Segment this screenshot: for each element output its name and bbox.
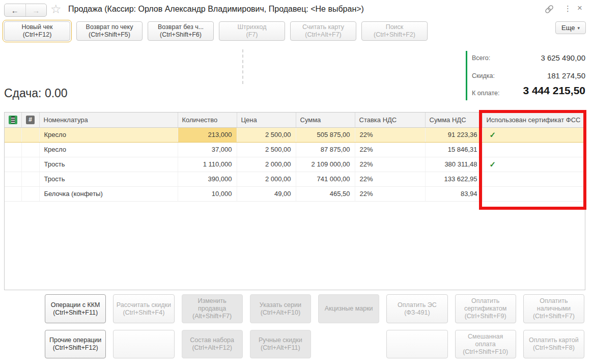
cell-vat-sum[interactable]: 91 223,36 [425, 127, 482, 142]
cell-sum[interactable]: 87 875,00 [296, 142, 355, 157]
empty-button[interactable] [386, 330, 447, 358]
column-header-fss-certificate[interactable]: Использован сертификат ФСС [482, 113, 585, 127]
new-check-button[interactable]: Новый чек (Ctrl+F12) [4, 21, 70, 41]
cell-quantity[interactable]: 390,000 [178, 172, 237, 186]
discount-value: 181 274,50 [547, 71, 585, 80]
column-header-line-number[interactable]: # [21, 113, 39, 127]
cell-vat-sum[interactable]: 380 311,48 [425, 157, 482, 172]
cell-vat-sum[interactable]: 83,94 [425, 186, 482, 201]
change-seller-button[interactable]: Изменить продавца(Alt+Shift+F7) [182, 294, 243, 323]
cell-fss-checkmark-icon[interactable] [482, 142, 585, 157]
favorite-star-icon[interactable]: ☆ [50, 2, 62, 16]
more-button[interactable]: Еще ▾ [555, 21, 586, 34]
calculate-discounts-button[interactable]: Рассчитать скидки(Ctrl+Shift+F4) [113, 294, 174, 323]
cell-quantity[interactable]: 1 110,000 [178, 157, 237, 172]
kkm-operations-button[interactable]: Операции с ККМ(Ctrl+Shift+F11) [45, 294, 106, 323]
table-row[interactable]: Трость 390,000 2 000,00 741 000,00 22% 1… [5, 172, 585, 186]
cell-fss-checkmark-icon[interactable]: ✓ [482, 127, 585, 142]
cell-nomenclature[interactable]: Белочка (конфеты) [39, 186, 178, 201]
column-header-marking[interactable] [5, 113, 21, 127]
cell-fss-checkmark-icon[interactable] [482, 172, 585, 186]
back-arrow-icon[interactable]: ← [5, 4, 26, 16]
cell-quantity[interactable]: 10,000 [178, 186, 237, 201]
column-header-vat-sum[interactable]: Сумма НДС [425, 113, 482, 127]
cell-price[interactable]: 2 000,00 [237, 172, 296, 186]
forward-arrow-icon[interactable]: → [26, 4, 47, 16]
cell-vat-sum[interactable]: 133 622,95 [425, 172, 482, 186]
items-table: # Номенклатура Количество Цена Сумма Ста… [5, 113, 585, 202]
cell-sum[interactable]: 505 875,00 [296, 127, 355, 142]
cell-sum[interactable]: 2 109 000,00 [296, 157, 355, 172]
table-row[interactable]: Кресло 37,000 2 500,00 87 875,00 22% 15 … [5, 142, 585, 157]
pay-certificate-button[interactable]: Оплатить сертификатом(Ctrl+Shift+F9) [455, 294, 516, 323]
cell-vat-rate[interactable]: 22% [355, 157, 425, 172]
cell-price[interactable]: 2 500,00 [237, 127, 296, 142]
return-without-check-button[interactable]: Возврат без ч... (Ctrl+Shift+F6) [148, 21, 214, 41]
column-header-price[interactable]: Цена [237, 113, 296, 127]
page-title: Продажа (Кассир: Орлов Александр Владими… [68, 5, 364, 14]
cell-fss-checkmark-icon[interactable]: ✓ [482, 157, 585, 172]
search-button[interactable]: Поиск (Ctrl+Shift+F2) [361, 21, 428, 41]
table-header-row: # Номенклатура Количество Цена Сумма Ста… [5, 113, 585, 127]
due-value: 3 444 215,50 [523, 85, 585, 97]
actions-row-2: Прочие операции(Ctrl+Shift+F12) Состав н… [45, 330, 584, 358]
manual-discounts-button[interactable]: Ручные скидки(Ctrl+Alt+F11) [250, 330, 311, 358]
cell-sum[interactable]: 465,50 [296, 186, 355, 201]
more-menu-icon[interactable]: ⋮ [564, 4, 572, 13]
cell-nomenclature[interactable]: Трость [39, 172, 178, 186]
due-label: К оплате: [472, 90, 499, 97]
excise-stamps-button[interactable]: Акцизные марки [318, 294, 379, 323]
return-by-check-button[interactable]: Возврат по чеку (Ctrl+Shift+F5) [76, 21, 143, 41]
cell-sum[interactable]: 741 000,00 [296, 172, 355, 186]
link-icon[interactable] [544, 4, 554, 16]
cell-nomenclature[interactable]: Кресло [39, 127, 178, 142]
total-value: 3 625 490,00 [541, 53, 585, 62]
cell-vat-sum[interactable]: 15 846,31 [425, 142, 482, 157]
table-row[interactable]: Белочка (конфеты) 10,000 49,00 465,50 22… [5, 186, 585, 201]
cell-vat-rate[interactable]: 22% [355, 172, 425, 186]
cell-vat-rate[interactable]: 22% [355, 142, 425, 157]
cell-price[interactable]: 49,00 [237, 186, 296, 201]
pos-sale-window: ← → ☆ Продажа (Кассир: Орлов Александр В… [0, 0, 593, 364]
form-splitter [242, 49, 243, 84]
items-table-container: # Номенклатура Количество Цена Сумма Ста… [4, 112, 585, 290]
history-nav-group: ← → [4, 4, 47, 17]
table-row[interactable]: Трость 1 110,000 2 000,00 2 109 000,00 2… [5, 157, 585, 172]
column-header-quantity[interactable]: Количество [178, 113, 237, 127]
cell-vat-rate[interactable]: 22% [355, 186, 425, 201]
pay-es-button[interactable]: Оплатить ЭС(ФЗ-491) [386, 294, 447, 323]
cell-price[interactable]: 2 500,00 [237, 142, 296, 157]
set-contents-button[interactable]: Состав набора(Ctrl+Alt+F12) [182, 330, 243, 358]
column-header-vat-rate[interactable]: Ставка НДС [355, 113, 425, 127]
close-icon[interactable]: × [577, 3, 582, 13]
actions-row-1: Операции с ККМ(Ctrl+Shift+F11) Рассчитат… [45, 294, 584, 323]
summary-accent-bar [466, 51, 467, 100]
mixed-payment-button[interactable]: Смешанная оплата(Ctrl+Shift+F10) [455, 330, 516, 358]
pay-card-button[interactable]: Оплатить картой(Ctrl+Shift+F8) [523, 330, 584, 358]
cell-quantity[interactable]: 37,000 [178, 142, 237, 157]
cell-price[interactable]: 2 000,00 [237, 157, 296, 172]
column-header-sum[interactable]: Сумма [296, 113, 355, 127]
specify-series-button[interactable]: Указать серии(Ctrl+Alt+F10) [250, 294, 311, 323]
discount-label: Скидка: [472, 72, 495, 79]
table-row[interactable]: Кресло 213,000 2 500,00 505 875,00 22% 9… [5, 127, 585, 142]
change-amount: Сдача: 0.00 [4, 87, 68, 100]
cell-vat-rate[interactable]: 22% [355, 127, 425, 142]
cell-quantity[interactable]: 213,000 [178, 127, 237, 142]
barcode-button[interactable]: Штрихкод (F7) [219, 21, 285, 41]
marking-icon [9, 116, 17, 124]
other-operations-button[interactable]: Прочие операции(Ctrl+Shift+F12) [45, 330, 106, 358]
empty-button[interactable] [113, 330, 174, 358]
cell-fss-checkmark-icon[interactable] [482, 186, 585, 201]
cell-nomenclature[interactable]: Трость [39, 157, 178, 172]
cell-nomenclature[interactable]: Кресло [39, 142, 178, 157]
pay-cash-button[interactable]: Оплатить наличными(Ctrl+Shift+F7) [523, 294, 584, 323]
total-label: Всего: [472, 54, 490, 62]
read-card-button[interactable]: Считать карту (Ctrl+Alt+F7) [290, 21, 356, 41]
column-header-nomenclature[interactable]: Номенклатура [39, 113, 178, 127]
hash-icon: # [26, 116, 35, 124]
chevron-down-icon: ▾ [577, 25, 580, 31]
